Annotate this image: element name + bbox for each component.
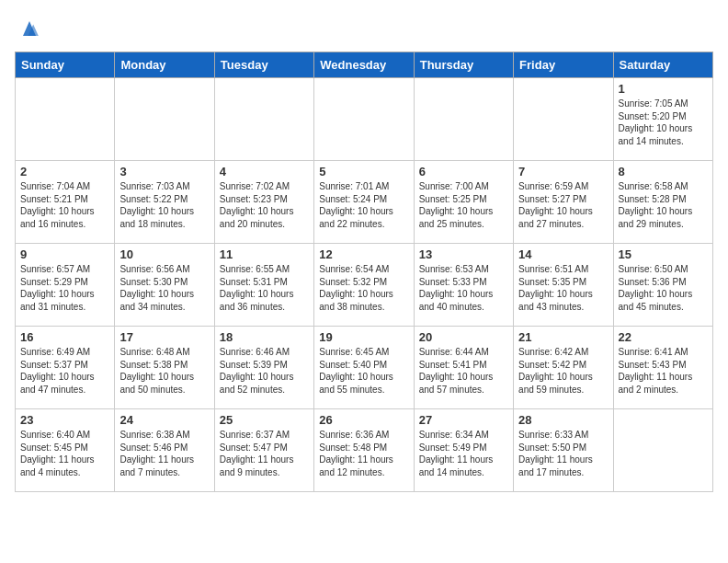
day-number: 16 — [20, 330, 109, 344]
day-info: Sunrise: 7:02 AM Sunset: 5:23 PM Dayligh… — [220, 180, 309, 230]
calendar-cell: 28Sunrise: 6:33 AM Sunset: 5:50 PM Dayli… — [514, 409, 613, 492]
calendar-cell: 12Sunrise: 6:54 AM Sunset: 5:32 PM Dayli… — [314, 244, 414, 327]
day-number: 26 — [319, 413, 408, 427]
day-number: 25 — [220, 413, 309, 427]
day-number: 22 — [619, 330, 708, 344]
calendar-cell: 17Sunrise: 6:48 AM Sunset: 5:38 PM Dayli… — [115, 327, 214, 409]
calendar-cell — [115, 78, 214, 161]
weekday-header-saturday: Saturday — [613, 52, 712, 78]
calendar-cell: 4Sunrise: 7:02 AM Sunset: 5:23 PM Daylig… — [214, 161, 313, 244]
calendar-cell: 20Sunrise: 6:44 AM Sunset: 5:41 PM Dayli… — [414, 327, 513, 409]
day-info: Sunrise: 6:45 AM Sunset: 5:40 PM Dayligh… — [319, 346, 408, 396]
calendar-cell: 11Sunrise: 6:55 AM Sunset: 5:31 PM Dayli… — [214, 244, 313, 327]
day-number: 18 — [220, 330, 309, 344]
day-info: Sunrise: 6:54 AM Sunset: 5:32 PM Dayligh… — [319, 263, 408, 313]
calendar-cell — [613, 409, 712, 492]
calendar-cell: 3Sunrise: 7:03 AM Sunset: 5:22 PM Daylig… — [115, 161, 214, 244]
day-info: Sunrise: 7:00 AM Sunset: 5:25 PM Dayligh… — [419, 180, 508, 230]
weekday-header-row: SundayMondayTuesdayWednesdayThursdayFrid… — [16, 52, 713, 78]
day-number: 24 — [119, 413, 209, 427]
day-info: Sunrise: 7:05 AM Sunset: 5:20 PM Dayligh… — [619, 98, 708, 147]
weekday-header-friday: Friday — [514, 52, 613, 78]
weekday-header-tuesday: Tuesday — [214, 52, 313, 78]
day-number: 23 — [20, 413, 109, 427]
day-info: Sunrise: 6:44 AM Sunset: 5:41 PM Dayligh… — [419, 346, 508, 396]
calendar-cell: 14Sunrise: 6:51 AM Sunset: 5:35 PM Dayli… — [514, 244, 613, 327]
day-number: 8 — [619, 165, 708, 178]
day-info: Sunrise: 6:36 AM Sunset: 5:48 PM Dayligh… — [319, 429, 408, 478]
day-info: Sunrise: 6:42 AM Sunset: 5:42 PM Dayligh… — [518, 346, 608, 396]
weekday-header-wednesday: Wednesday — [314, 52, 414, 78]
day-number: 28 — [518, 413, 608, 427]
calendar-cell: 5Sunrise: 7:01 AM Sunset: 5:24 PM Daylig… — [314, 161, 414, 244]
day-number: 1 — [619, 82, 708, 96]
day-number: 27 — [419, 413, 508, 427]
calendar-cell: 10Sunrise: 6:56 AM Sunset: 5:30 PM Dayli… — [115, 244, 214, 327]
day-number: 19 — [319, 330, 408, 344]
calendar-cell: 27Sunrise: 6:34 AM Sunset: 5:49 PM Dayli… — [414, 409, 513, 492]
weekday-header-monday: Monday — [115, 52, 214, 78]
page-header — [15, 15, 713, 44]
day-info: Sunrise: 6:40 AM Sunset: 5:45 PM Dayligh… — [20, 429, 109, 478]
day-number: 14 — [518, 247, 608, 261]
calendar-cell: 16Sunrise: 6:49 AM Sunset: 5:37 PM Dayli… — [16, 327, 115, 409]
day-number: 2 — [20, 165, 109, 178]
calendar-cell: 1Sunrise: 7:05 AM Sunset: 5:20 PM Daylig… — [613, 78, 712, 161]
calendar-cell: 21Sunrise: 6:42 AM Sunset: 5:42 PM Dayli… — [514, 327, 613, 409]
day-info: Sunrise: 6:49 AM Sunset: 5:37 PM Dayligh… — [20, 346, 109, 396]
day-number: 9 — [20, 247, 109, 261]
calendar-cell: 22Sunrise: 6:41 AM Sunset: 5:43 PM Dayli… — [613, 327, 712, 409]
day-info: Sunrise: 6:50 AM Sunset: 5:36 PM Dayligh… — [619, 263, 708, 313]
day-number: 10 — [119, 247, 209, 261]
weekday-header-sunday: Sunday — [16, 52, 115, 78]
day-info: Sunrise: 7:04 AM Sunset: 5:21 PM Dayligh… — [20, 180, 109, 230]
day-info: Sunrise: 6:58 AM Sunset: 5:28 PM Dayligh… — [619, 180, 708, 230]
day-info: Sunrise: 6:33 AM Sunset: 5:50 PM Dayligh… — [518, 429, 608, 478]
calendar-cell: 8Sunrise: 6:58 AM Sunset: 5:28 PM Daylig… — [613, 161, 712, 244]
day-number: 3 — [119, 165, 209, 178]
week-row-5: 23Sunrise: 6:40 AM Sunset: 5:45 PM Dayli… — [16, 409, 713, 492]
day-number: 12 — [319, 247, 408, 261]
calendar-cell: 25Sunrise: 6:37 AM Sunset: 5:47 PM Dayli… — [214, 409, 313, 492]
day-number: 5 — [319, 165, 408, 178]
day-info: Sunrise: 6:59 AM Sunset: 5:27 PM Dayligh… — [518, 180, 608, 230]
day-info: Sunrise: 6:53 AM Sunset: 5:33 PM Dayligh… — [419, 263, 508, 313]
day-info: Sunrise: 7:03 AM Sunset: 5:22 PM Dayligh… — [119, 180, 209, 230]
week-row-3: 9Sunrise: 6:57 AM Sunset: 5:29 PM Daylig… — [16, 244, 713, 327]
calendar-cell — [214, 78, 313, 161]
calendar-cell: 13Sunrise: 6:53 AM Sunset: 5:33 PM Dayli… — [414, 244, 513, 327]
week-row-1: 1Sunrise: 7:05 AM Sunset: 5:20 PM Daylig… — [16, 78, 713, 161]
day-info: Sunrise: 6:38 AM Sunset: 5:46 PM Dayligh… — [119, 429, 209, 478]
day-info: Sunrise: 6:55 AM Sunset: 5:31 PM Dayligh… — [220, 263, 309, 313]
calendar-cell: 24Sunrise: 6:38 AM Sunset: 5:46 PM Dayli… — [115, 409, 214, 492]
day-number: 20 — [419, 330, 508, 344]
week-row-4: 16Sunrise: 6:49 AM Sunset: 5:37 PM Dayli… — [16, 327, 713, 409]
day-info: Sunrise: 6:34 AM Sunset: 5:49 PM Dayligh… — [419, 429, 508, 478]
day-number: 6 — [419, 165, 508, 178]
calendar-cell: 9Sunrise: 6:57 AM Sunset: 5:29 PM Daylig… — [16, 244, 115, 327]
calendar-cell: 7Sunrise: 6:59 AM Sunset: 5:27 PM Daylig… — [514, 161, 613, 244]
day-info: Sunrise: 6:46 AM Sunset: 5:39 PM Dayligh… — [220, 346, 309, 396]
week-row-2: 2Sunrise: 7:04 AM Sunset: 5:21 PM Daylig… — [16, 161, 713, 244]
day-info: Sunrise: 6:56 AM Sunset: 5:30 PM Dayligh… — [119, 263, 209, 313]
calendar-table: SundayMondayTuesdayWednesdayThursdayFrid… — [15, 52, 713, 492]
logo — [15, 15, 42, 44]
weekday-header-thursday: Thursday — [414, 52, 513, 78]
day-info: Sunrise: 6:51 AM Sunset: 5:35 PM Dayligh… — [518, 263, 608, 313]
day-info: Sunrise: 6:48 AM Sunset: 5:38 PM Dayligh… — [119, 346, 209, 396]
calendar-cell: 15Sunrise: 6:50 AM Sunset: 5:36 PM Dayli… — [613, 244, 712, 327]
calendar-cell — [514, 78, 613, 161]
day-info: Sunrise: 6:57 AM Sunset: 5:29 PM Dayligh… — [20, 263, 109, 313]
calendar-cell: 18Sunrise: 6:46 AM Sunset: 5:39 PM Dayli… — [214, 327, 313, 409]
day-number: 4 — [220, 165, 309, 178]
day-number: 21 — [518, 330, 608, 344]
calendar-cell: 26Sunrise: 6:36 AM Sunset: 5:48 PM Dayli… — [314, 409, 414, 492]
calendar-cell: 19Sunrise: 6:45 AM Sunset: 5:40 PM Dayli… — [314, 327, 414, 409]
calendar-cell — [314, 78, 414, 161]
day-number: 11 — [220, 247, 309, 261]
day-number: 13 — [419, 247, 508, 261]
calendar-cell: 2Sunrise: 7:04 AM Sunset: 5:21 PM Daylig… — [16, 161, 115, 244]
calendar-cell — [414, 78, 513, 161]
day-number: 7 — [518, 165, 608, 178]
day-info: Sunrise: 6:37 AM Sunset: 5:47 PM Dayligh… — [220, 429, 309, 478]
